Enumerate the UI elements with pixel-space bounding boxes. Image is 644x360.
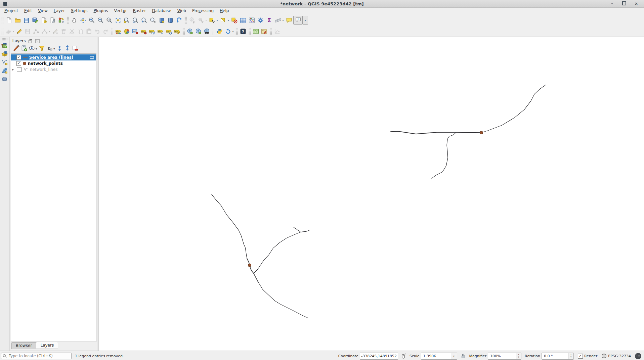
add-feature-button[interactable] bbox=[32, 27, 40, 36]
move-label-button[interactable]: abc bbox=[156, 27, 165, 36]
toggle-editing-button[interactable] bbox=[15, 27, 24, 36]
maximize-button[interactable] bbox=[622, 1, 627, 6]
open-attribute-table-button[interactable] bbox=[239, 16, 247, 25]
toggle-extents-mouse-icon[interactable] bbox=[400, 353, 406, 359]
expand-all-button[interactable] bbox=[56, 45, 63, 52]
layer-item-network-points[interactable]: ✓ network_points bbox=[11, 60, 96, 66]
layer-visibility-checkbox[interactable]: ✓ bbox=[16, 61, 21, 66]
open-project-button[interactable] bbox=[13, 16, 22, 25]
add-group-button[interactable] bbox=[20, 45, 28, 52]
expand-caret-icon[interactable]: ▸ bbox=[12, 68, 15, 71]
layer-item-service-area[interactable]: ✓ Service area (lines) bbox=[11, 54, 96, 60]
change-label-button[interactable]: abc bbox=[173, 27, 181, 36]
style-manager-button[interactable]: a bbox=[57, 16, 66, 25]
layer-labeling-options-button[interactable]: abc bbox=[114, 27, 123, 36]
show-hide-labels-button[interactable]: abc bbox=[148, 27, 156, 36]
vertex-tool-button[interactable] bbox=[40, 27, 49, 36]
help-contents-button[interactable]: ? bbox=[239, 27, 247, 36]
lock-scale-icon[interactable] bbox=[461, 353, 466, 359]
spin-down-icon[interactable]: ▾ bbox=[518, 356, 519, 358]
collapse-all-button[interactable] bbox=[63, 45, 71, 52]
zoom-in-button[interactable] bbox=[87, 16, 96, 25]
pan-map-button[interactable] bbox=[70, 16, 79, 25]
metasearch-button[interactable] bbox=[203, 27, 211, 36]
map-tiles-plugin-button[interactable] bbox=[252, 27, 260, 36]
toolbar-drag-handle[interactable] bbox=[67, 16, 69, 24]
select-features-button[interactable] bbox=[208, 16, 216, 25]
menu-web[interactable]: Web bbox=[174, 8, 189, 14]
rotate-label-button[interactable]: abc bbox=[165, 27, 173, 36]
spin-down-icon[interactable]: ▾ bbox=[570, 356, 571, 358]
menu-database[interactable]: Database bbox=[149, 8, 174, 14]
run-feature-action-button[interactable] bbox=[197, 16, 205, 25]
toolbar-drag-handle[interactable] bbox=[1, 16, 3, 24]
toolbar-drag-handle[interactable] bbox=[1, 28, 3, 35]
menu-edit[interactable]: Edit bbox=[21, 8, 35, 14]
menu-help[interactable]: Help bbox=[217, 8, 232, 14]
modify-attributes-of-selected-button[interactable] bbox=[51, 27, 59, 36]
remove-layer-group-button[interactable] bbox=[71, 45, 79, 52]
float-panel-button[interactable] bbox=[28, 39, 33, 44]
toolbar-drag-handle[interactable] bbox=[184, 16, 187, 24]
refresh-map-button[interactable] bbox=[175, 16, 183, 25]
save-project-button[interactable] bbox=[22, 16, 31, 25]
filter-legend-by-expression-dropdown[interactable]: ▾ bbox=[53, 47, 56, 50]
layer-visibility-checkbox[interactable] bbox=[17, 67, 22, 72]
filter-legend-by-expression-button[interactable]: ε bbox=[46, 45, 53, 52]
pan-map-to-selection-button[interactable] bbox=[79, 16, 87, 25]
map-tips-button[interactable] bbox=[285, 16, 293, 25]
select-features-by-value-button[interactable] bbox=[219, 16, 227, 25]
tab-layers[interactable]: Layers bbox=[36, 342, 58, 349]
manage-map-themes-dropdown[interactable]: ▾ bbox=[35, 47, 38, 50]
new-temporary-scratch-layer-button[interactable] bbox=[1, 76, 8, 83]
save-project-as-button[interactable] bbox=[31, 16, 39, 25]
magnifier-spinbox[interactable]: 100% ▴▾ bbox=[488, 353, 521, 360]
python-console-button[interactable] bbox=[215, 27, 224, 36]
menu-raster[interactable]: Raster bbox=[130, 8, 149, 14]
highlight-pinned-labels-button[interactable]: ab bbox=[131, 27, 139, 36]
chevron-down-icon[interactable]: ▾ bbox=[451, 353, 457, 359]
render-checkbox[interactable]: ✓ bbox=[578, 354, 583, 359]
layer-item-network-lines[interactable]: ▸ network_lines bbox=[11, 66, 96, 73]
pin-unpin-labels-button[interactable]: abc bbox=[139, 27, 148, 36]
rotation-spinbox[interactable]: 0.0 ° ▴▾ bbox=[542, 353, 574, 360]
run-feature-action-dropdown[interactable]: ▾ bbox=[205, 19, 208, 22]
web-service-1-button[interactable] bbox=[186, 27, 194, 36]
menu-settings[interactable]: Settings bbox=[68, 8, 90, 14]
locate-search[interactable] bbox=[1, 353, 72, 359]
toolbar-drag-handle[interactable] bbox=[111, 28, 113, 35]
new-spatial-bookmark-button[interactable] bbox=[157, 16, 166, 25]
coordinate-input[interactable]: -338245,14891852 bbox=[360, 353, 398, 360]
new-print-layout-button[interactable] bbox=[39, 16, 48, 25]
menu-project[interactable]: Project bbox=[1, 8, 21, 14]
close-button[interactable]: × bbox=[634, 1, 639, 6]
toolbar-drag-handle[interactable] bbox=[2, 38, 8, 41]
measure-line-button[interactable] bbox=[273, 16, 282, 25]
map-edit-plugin-button[interactable] bbox=[260, 27, 268, 36]
identify-features-button[interactable]: i bbox=[188, 16, 197, 25]
locate-input[interactable] bbox=[8, 353, 67, 359]
current-edits-button[interactable] bbox=[4, 27, 13, 36]
processing-toolbox-button[interactable] bbox=[256, 16, 265, 25]
zoom-out-button[interactable] bbox=[96, 16, 105, 25]
new-project-button[interactable] bbox=[4, 16, 13, 25]
close-panel-button[interactable] bbox=[35, 39, 40, 44]
plugin-history-button[interactable] bbox=[224, 27, 232, 36]
cut-features-button[interactable] bbox=[68, 27, 76, 36]
filter-legend-button[interactable] bbox=[38, 45, 46, 52]
menu-vector[interactable]: Vector bbox=[111, 8, 130, 14]
save-layer-edits-button[interactable] bbox=[24, 27, 32, 36]
show-spatial-bookmarks-button[interactable] bbox=[166, 16, 175, 25]
tab-browser[interactable]: Browser bbox=[11, 342, 37, 349]
new-shapefile-layer-button[interactable] bbox=[1, 59, 8, 66]
crs-text[interactable]: EPSG:32734 bbox=[608, 354, 631, 358]
zoom-full-button[interactable] bbox=[114, 16, 122, 25]
toolbar-drag-handle[interactable] bbox=[212, 28, 214, 35]
toolbar-drag-handle[interactable] bbox=[269, 28, 272, 35]
menu-view[interactable]: View bbox=[35, 8, 50, 14]
menu-layer[interactable]: Layer bbox=[51, 8, 68, 14]
layer-visibility-checkbox[interactable]: ✓ bbox=[16, 55, 21, 60]
scale-combobox[interactable]: 1:3906 ▾ bbox=[421, 353, 457, 360]
vertex-tool-dropdown[interactable]: ▾ bbox=[48, 30, 51, 33]
toolbar-drag-handle[interactable] bbox=[235, 28, 238, 35]
